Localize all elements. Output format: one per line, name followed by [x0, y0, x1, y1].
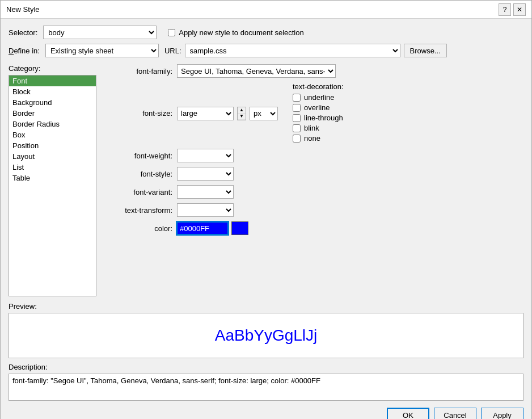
color-input[interactable]: [177, 222, 228, 234]
cat-item-table[interactable]: Table: [9, 173, 96, 183]
text-transform-label: text-transform:: [103, 206, 177, 215]
font-variant-controls: small-caps: [177, 185, 234, 199]
browse-button[interactable]: Browse...: [404, 44, 447, 57]
properties-panel: font-family: Segoe UI, Tahoma, Geneva, V…: [103, 64, 523, 296]
font-weight-select[interactable]: bold bolder: [177, 149, 234, 162]
definein-label: Define in:: [9, 47, 40, 55]
url-label: URL:: [164, 47, 181, 55]
ok-button[interactable]: OK: [387, 408, 429, 419]
font-family-select[interactable]: Segoe UI, Tahoma, Geneva, Verdana, sans-…: [177, 64, 336, 78]
font-weight-label: font-weight:: [103, 152, 177, 160]
font-weight-controls: bold bolder: [177, 149, 234, 162]
help-button[interactable]: ?: [499, 3, 511, 16]
spinner-up-button[interactable]: ▲: [238, 107, 246, 114]
cat-item-list[interactable]: List: [9, 162, 96, 173]
preview-label: Preview:: [9, 302, 523, 311]
td-none-checkbox[interactable]: [293, 135, 301, 143]
td-none-label: none: [304, 134, 320, 143]
url-select[interactable]: sample.css: [185, 44, 400, 57]
text-transform-select[interactable]: capitalize uppercase lowercase: [177, 203, 234, 217]
font-style-controls: italic oblique: [177, 167, 234, 181]
cat-item-border-radius[interactable]: Border Radius: [9, 119, 96, 129]
font-style-row: font-style: italic oblique: [103, 167, 523, 181]
font-style-label: font-style:: [103, 170, 177, 178]
text-decoration-section: text-decoration: underline overline: [293, 82, 344, 144]
font-size-select[interactable]: large small medium x-large: [177, 107, 234, 120]
description-section: Description: font-family: "Segoe UI", Ta…: [9, 363, 523, 401]
definein-row: Define in: Existing style sheet New styl…: [9, 44, 523, 57]
font-weight-row: font-weight: bold bolder: [103, 149, 523, 162]
definein-select[interactable]: Existing style sheet New style sheet Cur…: [45, 44, 159, 57]
td-overline-row: overline: [293, 103, 344, 112]
td-linethrough-label: line-through: [304, 114, 343, 122]
td-overline-label: overline: [304, 103, 330, 112]
dialog-title: New Style: [6, 5, 40, 14]
font-family-row: font-family: Segoe UI, Tahoma, Geneva, V…: [103, 64, 523, 78]
category-panel: Category: Font Block Background Border B…: [9, 64, 96, 296]
cancel-button[interactable]: Cancel: [434, 408, 476, 419]
new-style-dialog: New Style ? ✕ Selector: body Apply new s…: [0, 0, 532, 419]
td-blink-checkbox[interactable]: [293, 124, 301, 132]
main-area: Category: Font Block Background Border B…: [9, 64, 523, 296]
apply-checkbox-row: Apply new style to document selection: [168, 28, 303, 37]
td-none-row: none: [293, 134, 344, 143]
font-family-controls: Segoe UI, Tahoma, Geneva, Verdana, sans-…: [177, 64, 336, 78]
font-size-row: font-size: large small medium x-large ▲ …: [103, 82, 523, 144]
font-size-controls: large small medium x-large ▲ ▼ px em: [177, 82, 344, 144]
font-variant-row: font-variant: small-caps: [103, 185, 523, 199]
font-variant-select[interactable]: small-caps: [177, 185, 234, 199]
td-overline-checkbox[interactable]: [293, 104, 301, 112]
td-linethrough-row: line-through: [293, 114, 344, 122]
cat-item-font[interactable]: Font: [9, 76, 96, 86]
cat-item-border[interactable]: Border: [9, 108, 96, 119]
font-size-label: font-size:: [103, 109, 177, 118]
font-size-unit-select[interactable]: px em pt %: [250, 107, 278, 120]
td-blink-row: blink: [293, 124, 344, 132]
description-text: font-family: "Segoe UI", Tahoma, Geneva,…: [12, 376, 320, 385]
color-controls: [177, 221, 248, 235]
selector-row: Selector: body Apply new style to docume…: [9, 26, 523, 39]
title-bar-buttons: ? ✕: [499, 3, 526, 16]
description-box: font-family: "Segoe UI", Tahoma, Geneva,…: [9, 374, 523, 401]
dialog-body: Selector: body Apply new style to docume…: [1, 19, 531, 419]
description-label: Description:: [9, 363, 523, 371]
cat-item-background[interactable]: Background: [9, 97, 96, 108]
cat-item-layout[interactable]: Layout: [9, 151, 96, 162]
font-family-label: font-family:: [103, 67, 177, 76]
td-linethrough-checkbox[interactable]: [293, 114, 301, 122]
color-row: color:: [103, 221, 523, 235]
text-transform-controls: capitalize uppercase lowercase: [177, 203, 234, 217]
font-size-spinner: ▲ ▼: [237, 107, 246, 120]
apply-checkbox[interactable]: [168, 29, 175, 36]
apply-checkbox-label: Apply new style to document selection: [179, 28, 303, 37]
font-variant-label: font-variant:: [103, 188, 177, 196]
font-style-select[interactable]: italic oblique: [177, 167, 234, 181]
spinner-down-button[interactable]: ▼: [238, 114, 246, 120]
color-label: color:: [103, 224, 177, 233]
text-decoration-label: text-decoration:: [293, 82, 344, 91]
title-bar: New Style ? ✕: [1, 1, 531, 19]
preview-box: AaBbYyGgLlJj: [9, 313, 523, 358]
selector-select[interactable]: body: [43, 26, 157, 39]
button-row: OK Cancel Apply: [9, 408, 523, 419]
color-swatch[interactable]: [231, 221, 248, 235]
td-underline-row: underline: [293, 93, 344, 102]
category-label: Category:: [9, 64, 96, 73]
url-section: URL: sample.css Browse...: [164, 44, 447, 57]
preview-text: AaBbYyGgLlJj: [215, 326, 318, 345]
text-transform-row: text-transform: capitalize uppercase low…: [103, 203, 523, 217]
cat-item-block[interactable]: Block: [9, 86, 96, 97]
cat-item-position[interactable]: Position: [9, 140, 96, 151]
category-list: Font Block Background Border Border Radi…: [9, 75, 96, 296]
cat-item-box[interactable]: Box: [9, 129, 96, 140]
apply-button[interactable]: Apply: [481, 408, 523, 419]
td-underline-checkbox[interactable]: [293, 94, 301, 102]
selector-label: Selector:: [9, 28, 37, 37]
td-underline-label: underline: [304, 93, 335, 102]
close-button[interactable]: ✕: [513, 3, 526, 16]
bottom-section: Preview: AaBbYyGgLlJj Description: font-…: [9, 302, 523, 419]
preview-section: Preview: AaBbYyGgLlJj: [9, 302, 523, 358]
td-blink-label: blink: [304, 124, 319, 132]
